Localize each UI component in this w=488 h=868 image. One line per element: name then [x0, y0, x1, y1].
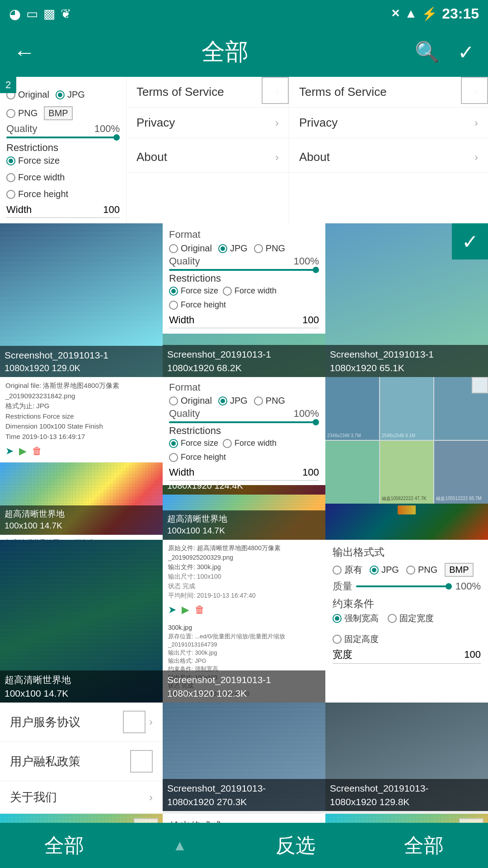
png-option[interactable]: PNG: [6, 108, 38, 118]
tile-2[interactable]: Format Original JPG PNG: [163, 223, 325, 377]
tile-right-4: 输出格式式 原有 JPG PNG BMP: [325, 540, 488, 703]
play-icon-3[interactable]: ▶: [182, 602, 189, 617]
time-display: 23:15: [442, 5, 479, 22]
status-icons-right: ✕ ▲ ⚡ 23:15: [391, 5, 479, 22]
badge-2: 2: [0, 77, 16, 93]
settings-panel-left: 2 Original JPG PNG: [0, 77, 127, 223]
wifi-icon: ✕: [391, 7, 400, 20]
nav-all-left[interactable]: 全部: [44, 832, 84, 859]
photo-icon: ▩: [43, 6, 55, 21]
force-size-radio[interactable]: [6, 156, 15, 165]
status-bar: ◕ ▭ ▩ ❦ ✕ ▲ ⚡ 23:15: [0, 0, 488, 27]
thumb-5[interactable]: 磁盘105822222 47.7K: [380, 441, 434, 504]
width-label: Width: [6, 204, 32, 216]
terms-ch[interactable]: 用户服务协议 ›: [0, 703, 163, 742]
battery-icon: ⚡: [422, 6, 437, 21]
tile-3-label: Screenshot_20191013-1 488x868 65.1K: [325, 345, 488, 377]
search-icon[interactable]: 🔍: [415, 40, 440, 64]
force-size-option[interactable]: Force size: [6, 156, 60, 166]
thumb-1[interactable]: 2348x2348 3.7M: [325, 377, 379, 440]
thumb-4[interactable]: [325, 441, 379, 504]
width-field: Width 100: [6, 202, 120, 218]
android-icon: ▭: [26, 6, 38, 21]
thumb-2[interactable]: 2548x2548 8.1M: [380, 377, 434, 440]
about-item-b[interactable]: About ›: [289, 142, 488, 173]
tile-right-5[interactable]: Screenshot_20191013- 488x868 129.8K: [325, 703, 488, 811]
worldmap-3: 超高清晰世界地 100x100 14.7K: [163, 495, 325, 540]
action-icons-1: ➤ ▶ 🗑: [5, 443, 157, 458]
page-title: 全部: [202, 36, 249, 68]
share-icon-3[interactable]: ➤: [168, 602, 176, 617]
nav-invert[interactable]: 反选: [276, 832, 315, 859]
about-item-a[interactable]: About ›: [127, 142, 289, 173]
tile-mid-4-label: Screenshot_20191013-1 488x868 102.3K: [163, 670, 325, 703]
restrictions-label: Restrictions: [6, 142, 120, 154]
back-button[interactable]: ←: [14, 40, 35, 65]
force-height-radio[interactable]: [6, 190, 15, 199]
force-width-radio[interactable]: [6, 173, 15, 182]
delete-icon[interactable]: 🗑: [32, 443, 42, 458]
status-icons-left: ◕ ▭ ▩ ❦: [9, 6, 71, 22]
thumbnail-grid: 2348x2348 3.7M 2548x2548 8.1M 磁盘10582222…: [325, 377, 488, 504]
row3-cell2: Format Original JPG PNG: [163, 377, 325, 540]
output-panel-a: 输出格式式 原有 JPG PNG BMP: [325, 540, 488, 669]
tile-mid-5-label: Screenshot_20191013- 488x868 270.3K: [163, 779, 325, 811]
row-1: 2 Original JPG PNG: [0, 77, 488, 223]
menu-panel-a: Terms of Service › Privacy › About ›: [127, 77, 289, 223]
spiral-icon: ◕: [9, 6, 21, 22]
bmp-option[interactable]: BMP: [44, 106, 72, 120]
jpg-radio[interactable]: [56, 90, 65, 99]
share-icon[interactable]: ➤: [5, 443, 14, 458]
detail-panel-1: Original file: 洛斯世界地图4800万像素_20190923231…: [0, 377, 163, 462]
thumb-3[interactable]: [434, 377, 488, 440]
chinese-menu: 用户服务协议 › 用户融私政策 关于我们 ›: [0, 703, 163, 814]
force-height-option[interactable]: Force height: [6, 189, 68, 199]
row3-cell3: 2348x2348 3.7M 2548x2548 8.1M 磁盘10582222…: [325, 377, 488, 540]
jpg-option[interactable]: JPG: [56, 90, 85, 100]
thumb-6[interactable]: 磁盘105512222 65.7M: [434, 441, 488, 504]
checkbox-privacy[interactable]: [130, 750, 153, 773]
delete-icon-3[interactable]: 🗑: [195, 602, 205, 617]
checkbox-b[interactable]: [461, 77, 488, 104]
aurora-tile[interactable]: [325, 504, 488, 540]
bmp-radio[interactable]: BMP: [44, 106, 72, 120]
row3-cell1: Original file: 洛斯世界地图4800万像素_20190923231…: [0, 377, 163, 540]
checkbox-a[interactable]: [262, 77, 289, 104]
nav-all-right[interactable]: 全部: [404, 832, 444, 859]
top-bar: ← 全部 🔍 ✓: [0, 27, 488, 77]
width-value: 100: [103, 204, 120, 216]
tile-mid-5[interactable]: Screenshot_20191013- 488x868 270.3K: [163, 703, 325, 811]
tile-aurora[interactable]: 超高清晰世界地 100x100 14.7K: [0, 540, 163, 703]
terms-item-b[interactable]: Terms of Service ›: [289, 77, 488, 108]
thumb-3-check[interactable]: [472, 377, 488, 393]
about-ch[interactable]: 关于我们 ›: [0, 781, 163, 814]
privacy-ch[interactable]: 用户融私政策: [0, 742, 163, 781]
checkbox-terms[interactable]: [123, 711, 145, 733]
row-4-tiles: 超高清晰世界地 100x100 14.7K 原始义件: 超高清晰世界地图4800…: [0, 540, 488, 703]
tile-3[interactable]: ✓ Screenshot_20191013-1 488x868 65.1K: [325, 223, 488, 377]
chevron-right-icon-2: ›: [275, 117, 279, 129]
top-bar-actions: 🔍 ✓: [415, 40, 474, 64]
privacy-item-a[interactable]: Privacy ›: [127, 108, 289, 138]
format-panel-3: Format Original JPG PNG: [163, 377, 325, 485]
check-overlay-3: ✓: [452, 223, 488, 259]
format-section: Original JPG PNG BMP: [6, 90, 120, 120]
format-options-2: Original JPG PNG: [169, 243, 319, 254]
bookmark-icon: ❦: [61, 6, 71, 21]
tile-mid-4[interactable]: 原始义件: 超高清晰世界地图4800万像素_20190925200329.png…: [163, 540, 325, 703]
signal-icon: ▲: [404, 6, 417, 21]
png-radio[interactable]: [6, 109, 15, 118]
play-icon[interactable]: ▶: [19, 443, 27, 458]
tile-1[interactable]: Screenshot_20191013-1 488x868 129.0K: [0, 223, 163, 377]
quality-value: 100%: [94, 123, 120, 135]
format-panel-2: Format Original JPG PNG: [163, 223, 325, 334]
worldmap-1: 超高清晰世界地 100x100 14.7K: [0, 462, 163, 535]
quality-label: Quality: [6, 123, 37, 135]
tile-2-label: Screenshot_20191013-1 488x868 68.2K: [163, 345, 325, 377]
quality-slider[interactable]: [6, 137, 120, 138]
worldmap-2: Format Original JPG PNG: [163, 377, 325, 495]
force-width-option[interactable]: Force width: [6, 172, 65, 183]
privacy-item-b[interactable]: Privacy ›: [289, 108, 488, 138]
check-icon[interactable]: ✓: [458, 41, 474, 64]
tile-1-label: Screenshot_20191013-1 488x868 129.0K: [0, 346, 163, 377]
